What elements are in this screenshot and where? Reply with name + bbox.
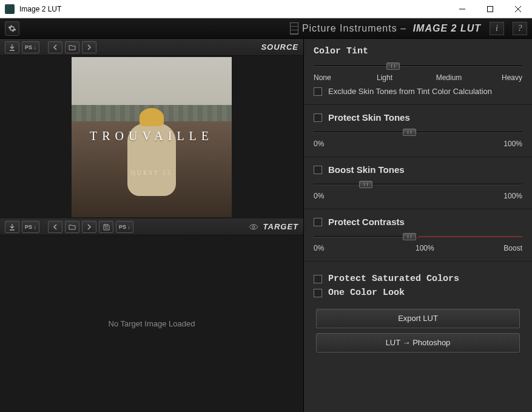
- minimize-button[interactable]: [448, 0, 476, 18]
- protect-skin-section: Protect Skin Tones 0%100%: [304, 105, 532, 157]
- left-panel: PS ↓ SOURCE TROUVAILLE QUEST 55 PS ↓: [0, 39, 304, 412]
- protect-skin-slider[interactable]: [314, 129, 522, 136]
- color-tint-ticks: None Light Medium Heavy: [314, 73, 522, 82]
- color-tint-slider[interactable]: [314, 62, 522, 70]
- maximize-button[interactable]: [476, 0, 504, 18]
- help-button[interactable]: ?: [513, 22, 527, 35]
- settings-button[interactable]: [5, 21, 19, 36]
- brand-text-pre: Picture Instruments –: [302, 23, 406, 33]
- folder-button[interactable]: [65, 41, 79, 53]
- chevron-right-icon: [87, 224, 92, 230]
- main: PS ↓ SOURCE TROUVAILLE QUEST 55 PS ↓: [0, 39, 532, 412]
- preview-toggle[interactable]: [247, 221, 260, 233]
- target-prev-button[interactable]: [48, 221, 62, 233]
- target-save-button[interactable]: [99, 221, 113, 233]
- target-folder-button[interactable]: [65, 221, 79, 233]
- protect-skin-checkbox[interactable]: [314, 113, 322, 122]
- prev-button[interactable]: [48, 41, 62, 53]
- protect-sat-row[interactable]: Protect Saturated Colors: [314, 274, 522, 284]
- eye-icon: [249, 223, 258, 231]
- target-ps-export-button[interactable]: PS ↓: [116, 221, 133, 233]
- brand: Picture Instruments – IMAGE 2 LUT i ?: [290, 22, 527, 35]
- info-button[interactable]: i: [490, 22, 504, 35]
- source-thumbnail: TROUVAILLE QUEST 55: [72, 57, 232, 217]
- protect-contrast-title: Protect Contrasts: [328, 217, 405, 227]
- app-icon: [5, 4, 15, 14]
- exclude-skin-checkbox[interactable]: [314, 87, 322, 96]
- thumb-overlay-1: TROUVAILLE: [72, 129, 232, 143]
- download-icon: [8, 44, 16, 51]
- boost-skin-checkbox[interactable]: [314, 166, 322, 174]
- download-icon: [8, 223, 16, 231]
- svg-rect-1: [488, 6, 493, 12]
- boost-skin-slider[interactable]: [314, 181, 522, 188]
- controls-panel: Color Tint None Light Medium Heavy Exclu…: [304, 39, 532, 412]
- extra-options-section: Protect Saturated Colors One Color Look …: [304, 262, 532, 361]
- brand-icon: [290, 22, 298, 35]
- protect-contrast-section: Protect Contrasts 0%100%Boost: [304, 209, 532, 262]
- chevron-left-icon: [53, 44, 58, 50]
- protect-contrast-checkbox[interactable]: [314, 218, 322, 226]
- svg-line-3: [515, 6, 521, 12]
- one-color-row[interactable]: One Color Look: [314, 288, 522, 298]
- folder-icon: [69, 224, 76, 230]
- protect-sat-label: Protect Saturated Colors: [328, 274, 459, 284]
- color-tint-title: Color Tint: [314, 46, 522, 56]
- thumb-overlay-2: QUEST 55: [72, 169, 232, 176]
- protect-sat-checkbox[interactable]: [314, 275, 322, 283]
- one-color-checkbox[interactable]: [314, 289, 322, 297]
- import-button[interactable]: [5, 41, 19, 53]
- ps-import-button[interactable]: PS ↓: [22, 41, 39, 53]
- source-image-area[interactable]: TROUVAILLE QUEST 55: [0, 56, 303, 218]
- boost-skin-title: Boost Skin Tones: [328, 164, 405, 175]
- chevron-left-icon: [53, 224, 58, 230]
- window-titlebar: Image 2 LUT: [0, 0, 532, 18]
- exclude-skin-row[interactable]: Exclude Skin Tones from Tint Color Calcu…: [314, 87, 522, 96]
- chevron-right-icon: [87, 44, 92, 50]
- source-label: SOURCE: [99, 42, 298, 52]
- target-image-area[interactable]: No Target Image Loaded: [0, 235, 303, 412]
- target-next-button[interactable]: [82, 221, 96, 233]
- target-ps-import-button[interactable]: PS ↓: [22, 221, 39, 233]
- protect-skin-title: Protect Skin Tones: [328, 112, 410, 123]
- save-icon: [103, 223, 110, 231]
- target-import-button[interactable]: [5, 221, 19, 233]
- svg-point-4: [252, 226, 255, 228]
- target-toolbar: PS ↓ PS ↓ TARGET: [0, 218, 303, 235]
- boost-skin-section: Boost Skin Tones 0%100%: [304, 157, 532, 209]
- lut-to-photoshop-button[interactable]: LUT → Photoshop: [316, 333, 520, 353]
- protect-contrast-slider[interactable]: [314, 233, 522, 240]
- window-title: Image 2 LUT: [19, 5, 448, 13]
- exclude-skin-label: Exclude Skin Tones from Tint Color Calcu…: [328, 87, 492, 96]
- app-header: Picture Instruments – IMAGE 2 LUT i ?: [0, 18, 532, 39]
- source-toolbar: PS ↓ SOURCE: [0, 39, 303, 56]
- close-button[interactable]: [504, 0, 532, 18]
- svg-line-2: [515, 6, 521, 12]
- target-label: TARGET: [263, 222, 298, 231]
- target-empty-text: No Target Image Loaded: [109, 319, 195, 328]
- next-button[interactable]: [82, 41, 96, 53]
- one-color-label: One Color Look: [328, 288, 405, 298]
- folder-icon: [69, 44, 76, 50]
- color-tint-section: Color Tint None Light Medium Heavy Exclu…: [304, 39, 532, 105]
- brand-text-bold: IMAGE 2 LUT: [413, 23, 481, 33]
- export-lut-button[interactable]: Export LUT: [316, 309, 520, 328]
- gear-icon: [8, 24, 16, 33]
